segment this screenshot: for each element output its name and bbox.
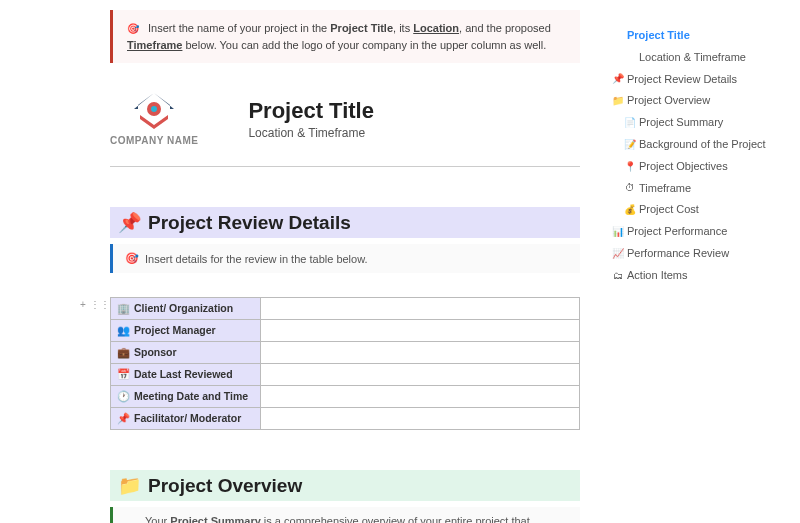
document-main: 🎯 Insert the name of your project in the… [0, 0, 600, 523]
add-row-icon[interactable]: + [80, 299, 86, 310]
outline-item[interactable]: 💰Project Cost [605, 199, 800, 221]
folder-icon: 📁 [611, 92, 625, 110]
table-row: 📅Date Last Reviewed [111, 364, 580, 386]
outline-item[interactable]: 📝Background of the Project [605, 134, 800, 156]
outline-item[interactable]: 📍Project Objectives [605, 156, 800, 178]
outline-item[interactable]: 📁Project Overview [605, 90, 800, 112]
folder-icon: 📁 [118, 474, 142, 497]
table-cell[interactable] [261, 342, 580, 364]
money-icon: 💰 [623, 201, 637, 219]
outline-item[interactable]: Location & Timeframe [605, 47, 800, 69]
calendar-icon: 📅 [117, 368, 130, 380]
card-icon: 🗂 [611, 267, 625, 285]
callout-text: Your Project Summary is a comprehensive … [145, 515, 568, 523]
table-cell[interactable] [261, 408, 580, 430]
dart-icon: 🎯 [125, 252, 139, 265]
instruction-callout-top: 🎯 Insert the name of your project in the… [110, 10, 580, 63]
page-title: Project Title [248, 98, 374, 124]
callout-text: Insert the name of your project in the P… [127, 22, 551, 51]
company-name-label: COMPANY NAME [110, 135, 198, 146]
company-logo[interactable]: COMPANY NAME [110, 91, 198, 146]
table-row: 📌Facilitator/ Moderator [111, 408, 580, 430]
page-icon: 📄 [623, 114, 637, 132]
outline-item[interactable]: 📄Project Summary [605, 112, 800, 134]
table-cell[interactable] [261, 320, 580, 342]
outline-item[interactable]: ⏱Timeframe [605, 178, 800, 200]
document-header: COMPANY NAME Project Title Location & Ti… [110, 91, 580, 146]
table-row: 👥Project Manager [111, 320, 580, 342]
drag-handle-icon[interactable]: ⋮⋮ [90, 299, 110, 310]
clock-icon: ⏱ [623, 179, 637, 197]
row-controls[interactable]: + ⋮⋮ [80, 299, 110, 310]
outline-item[interactable]: 📈Performance Review [605, 243, 800, 265]
chart-icon: 📊 [611, 223, 625, 241]
outline-item[interactable]: 📌Project Review Details [605, 69, 800, 91]
dart-icon: 🎯 [127, 23, 139, 34]
clock-icon: 🕐 [117, 390, 130, 402]
pin-icon: 📌 [118, 211, 142, 234]
briefcase-icon: 💼 [117, 346, 130, 358]
section-heading-overview[interactable]: 📁 Project Overview [110, 470, 580, 501]
memo-icon: 📝 [623, 136, 637, 154]
table-row: 💼Sponsor [111, 342, 580, 364]
instruction-callout-overview: 🎯 Your Project Summary is a comprehensiv… [110, 507, 580, 523]
pin-icon: 📌 [117, 412, 130, 424]
details-table-wrapper: + ⋮⋮ 🏢Client/ Organization 👥Project Mana… [110, 297, 580, 430]
instruction-callout-review: 🎯 Insert details for the review in the t… [110, 244, 580, 273]
building-icon: 🏢 [117, 302, 130, 314]
table-row: 🕐Meeting Date and Time [111, 386, 580, 408]
table-cell[interactable] [261, 386, 580, 408]
document-outline: Project Title Location & Timeframe 📌Proj… [605, 25, 800, 287]
details-table[interactable]: 🏢Client/ Organization 👥Project Manager 💼… [110, 297, 580, 430]
section-heading-text: Project Review Details [148, 212, 351, 234]
table-cell[interactable] [261, 364, 580, 386]
people-icon: 👥 [117, 324, 130, 336]
table-cell[interactable] [261, 298, 580, 320]
section-heading-review[interactable]: 📌 Project Review Details [110, 207, 580, 238]
chart-icon: 📈 [611, 245, 625, 263]
house-logo-icon [130, 91, 178, 129]
outline-item[interactable]: Project Title [605, 25, 800, 47]
page-subtitle: Location & Timeframe [248, 126, 374, 140]
pin-icon: 📌 [611, 70, 625, 88]
pushpin-icon: 📍 [623, 158, 637, 176]
outline-item[interactable]: 📊Project Performance [605, 221, 800, 243]
title-block[interactable]: Project Title Location & Timeframe [248, 98, 374, 140]
outline-item[interactable]: 🗂Action Items [605, 265, 800, 287]
section-heading-text: Project Overview [148, 475, 302, 497]
divider [110, 166, 580, 167]
svg-point-1 [151, 106, 157, 112]
callout-text: Insert details for the review in the tab… [145, 253, 368, 265]
table-row: 🏢Client/ Organization [111, 298, 580, 320]
